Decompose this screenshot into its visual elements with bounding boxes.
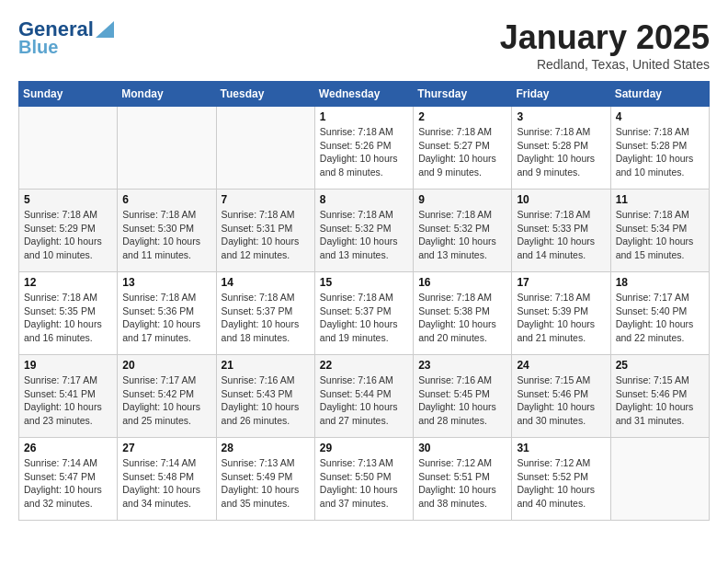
day-info: Sunrise: 7:16 AMSunset: 5:44 PMDaylight:… xyxy=(320,373,408,428)
day-info: Sunrise: 7:18 AMSunset: 5:36 PMDaylight:… xyxy=(122,291,210,345)
day-info: Sunrise: 7:18 AMSunset: 5:27 PMDaylight:… xyxy=(418,125,506,179)
weekday-header-tuesday: Tuesday xyxy=(216,82,314,107)
day-number: 5 xyxy=(24,193,112,206)
page-header: General Blue January 2025 Redland, Texas… xyxy=(18,18,710,72)
calendar-day-24: 24Sunrise: 7:15 AMSunset: 5:46 PMDayligh… xyxy=(512,355,610,438)
location: Redland, Texas, United States xyxy=(500,57,710,72)
calendar-day-22: 22Sunrise: 7:16 AMSunset: 5:44 PMDayligh… xyxy=(314,355,413,438)
calendar-day-15: 15Sunrise: 7:18 AMSunset: 5:37 PMDayligh… xyxy=(314,272,413,355)
day-number: 2 xyxy=(418,110,506,123)
calendar-day-20: 20Sunrise: 7:17 AMSunset: 5:42 PMDayligh… xyxy=(118,355,216,438)
day-info: Sunrise: 7:18 AMSunset: 5:31 PMDaylight:… xyxy=(222,208,310,262)
day-number: 12 xyxy=(24,276,112,289)
day-info: Sunrise: 7:15 AMSunset: 5:46 PMDaylight:… xyxy=(616,373,704,428)
day-number: 1 xyxy=(320,110,408,123)
logo: General Blue xyxy=(18,18,114,57)
calendar-day-14: 14Sunrise: 7:18 AMSunset: 5:37 PMDayligh… xyxy=(216,272,314,355)
month-title: January 2025 xyxy=(500,18,710,57)
weekday-header-row: SundayMondayTuesdayWednesdayThursdayFrid… xyxy=(19,82,710,107)
calendar-day-19: 19Sunrise: 7:17 AMSunset: 5:41 PMDayligh… xyxy=(19,355,118,438)
calendar-week-row: 19Sunrise: 7:17 AMSunset: 5:41 PMDayligh… xyxy=(19,355,710,438)
calendar-day-2: 2Sunrise: 7:18 AMSunset: 5:27 PMDaylight… xyxy=(414,107,512,190)
day-number: 3 xyxy=(517,110,605,123)
day-number: 10 xyxy=(517,193,605,206)
day-number: 30 xyxy=(418,442,506,454)
calendar-day-29: 29Sunrise: 7:13 AMSunset: 5:50 PMDayligh… xyxy=(314,438,413,521)
calendar-day-7: 7Sunrise: 7:18 AMSunset: 5:31 PMDaylight… xyxy=(216,190,314,272)
empty-day-cell xyxy=(610,438,709,521)
day-info: Sunrise: 7:16 AMSunset: 5:45 PMDaylight:… xyxy=(418,373,506,428)
day-info: Sunrise: 7:18 AMSunset: 5:38 PMDaylight:… xyxy=(418,291,506,345)
day-number: 7 xyxy=(222,193,310,206)
calendar-day-8: 8Sunrise: 7:18 AMSunset: 5:32 PMDaylight… xyxy=(314,190,413,272)
calendar-day-17: 17Sunrise: 7:18 AMSunset: 5:39 PMDayligh… xyxy=(512,272,610,355)
day-number: 20 xyxy=(122,359,210,372)
day-info: Sunrise: 7:14 AMSunset: 5:47 PMDaylight:… xyxy=(24,456,112,511)
day-info: Sunrise: 7:13 AMSunset: 5:49 PMDaylight:… xyxy=(222,456,310,511)
day-info: Sunrise: 7:17 AMSunset: 5:42 PMDaylight:… xyxy=(122,373,210,428)
weekday-header-sunday: Sunday xyxy=(19,82,118,107)
calendar-week-row: 5Sunrise: 7:18 AMSunset: 5:29 PMDaylight… xyxy=(19,190,710,272)
weekday-header-monday: Monday xyxy=(118,82,216,107)
calendar-day-1: 1Sunrise: 7:18 AMSunset: 5:26 PMDaylight… xyxy=(314,107,413,190)
day-info: Sunrise: 7:14 AMSunset: 5:48 PMDaylight:… xyxy=(122,456,210,511)
day-number: 22 xyxy=(320,359,408,372)
day-number: 18 xyxy=(616,276,704,289)
empty-day-cell xyxy=(19,107,118,190)
day-info: Sunrise: 7:18 AMSunset: 5:32 PMDaylight:… xyxy=(418,208,506,262)
day-info: Sunrise: 7:12 AMSunset: 5:52 PMDaylight:… xyxy=(517,456,605,511)
calendar-day-28: 28Sunrise: 7:13 AMSunset: 5:49 PMDayligh… xyxy=(216,438,314,521)
weekday-header-friday: Friday xyxy=(512,82,610,107)
calendar-day-16: 16Sunrise: 7:18 AMSunset: 5:38 PMDayligh… xyxy=(414,272,512,355)
calendar-day-31: 31Sunrise: 7:12 AMSunset: 5:52 PMDayligh… xyxy=(512,438,610,521)
calendar-day-18: 18Sunrise: 7:17 AMSunset: 5:40 PMDayligh… xyxy=(610,272,709,355)
calendar-day-4: 4Sunrise: 7:18 AMSunset: 5:28 PMDaylight… xyxy=(610,107,709,190)
calendar-week-row: 1Sunrise: 7:18 AMSunset: 5:26 PMDaylight… xyxy=(19,107,710,190)
day-number: 4 xyxy=(616,110,704,123)
calendar-week-row: 26Sunrise: 7:14 AMSunset: 5:47 PMDayligh… xyxy=(19,438,710,521)
day-number: 26 xyxy=(24,442,112,454)
logo-icon xyxy=(96,21,114,38)
day-number: 8 xyxy=(320,193,408,206)
day-number: 28 xyxy=(222,442,310,454)
calendar-day-21: 21Sunrise: 7:16 AMSunset: 5:43 PMDayligh… xyxy=(216,355,314,438)
day-info: Sunrise: 7:18 AMSunset: 5:29 PMDaylight:… xyxy=(24,208,112,262)
day-info: Sunrise: 7:18 AMSunset: 5:34 PMDaylight:… xyxy=(616,208,704,262)
day-info: Sunrise: 7:17 AMSunset: 5:41 PMDaylight:… xyxy=(24,373,112,428)
day-number: 29 xyxy=(320,442,408,454)
logo-blue-text: Blue xyxy=(18,37,58,57)
empty-day-cell xyxy=(216,107,314,190)
calendar-day-5: 5Sunrise: 7:18 AMSunset: 5:29 PMDaylight… xyxy=(19,190,118,272)
day-number: 6 xyxy=(122,193,210,206)
day-info: Sunrise: 7:18 AMSunset: 5:28 PMDaylight:… xyxy=(616,125,704,179)
day-number: 14 xyxy=(222,276,310,289)
day-info: Sunrise: 7:18 AMSunset: 5:28 PMDaylight:… xyxy=(517,125,605,179)
day-number: 16 xyxy=(418,276,506,289)
day-info: Sunrise: 7:12 AMSunset: 5:51 PMDaylight:… xyxy=(418,456,506,511)
day-info: Sunrise: 7:18 AMSunset: 5:35 PMDaylight:… xyxy=(24,291,112,345)
day-info: Sunrise: 7:18 AMSunset: 5:39 PMDaylight:… xyxy=(517,291,605,345)
calendar-day-26: 26Sunrise: 7:14 AMSunset: 5:47 PMDayligh… xyxy=(19,438,118,521)
day-info: Sunrise: 7:18 AMSunset: 5:32 PMDaylight:… xyxy=(320,208,408,262)
empty-day-cell xyxy=(118,107,216,190)
day-info: Sunrise: 7:18 AMSunset: 5:37 PMDaylight:… xyxy=(320,291,408,345)
calendar-day-23: 23Sunrise: 7:16 AMSunset: 5:45 PMDayligh… xyxy=(414,355,512,438)
svg-marker-0 xyxy=(96,21,114,38)
calendar-day-12: 12Sunrise: 7:18 AMSunset: 5:35 PMDayligh… xyxy=(19,272,118,355)
weekday-header-saturday: Saturday xyxy=(610,82,709,107)
calendar-day-10: 10Sunrise: 7:18 AMSunset: 5:33 PMDayligh… xyxy=(512,190,610,272)
day-number: 23 xyxy=(418,359,506,372)
calendar-day-13: 13Sunrise: 7:18 AMSunset: 5:36 PMDayligh… xyxy=(118,272,216,355)
day-info: Sunrise: 7:18 AMSunset: 5:33 PMDaylight:… xyxy=(517,208,605,262)
day-number: 19 xyxy=(24,359,112,372)
calendar-day-30: 30Sunrise: 7:12 AMSunset: 5:51 PMDayligh… xyxy=(414,438,512,521)
calendar-day-27: 27Sunrise: 7:14 AMSunset: 5:48 PMDayligh… xyxy=(118,438,216,521)
day-number: 11 xyxy=(616,193,704,206)
calendar-day-11: 11Sunrise: 7:18 AMSunset: 5:34 PMDayligh… xyxy=(610,190,709,272)
calendar-day-9: 9Sunrise: 7:18 AMSunset: 5:32 PMDaylight… xyxy=(414,190,512,272)
day-info: Sunrise: 7:18 AMSunset: 5:37 PMDaylight:… xyxy=(222,291,310,345)
weekday-header-thursday: Thursday xyxy=(414,82,512,107)
day-number: 17 xyxy=(517,276,605,289)
title-block: January 2025 Redland, Texas, United Stat… xyxy=(500,18,710,72)
day-info: Sunrise: 7:16 AMSunset: 5:43 PMDaylight:… xyxy=(222,373,310,428)
